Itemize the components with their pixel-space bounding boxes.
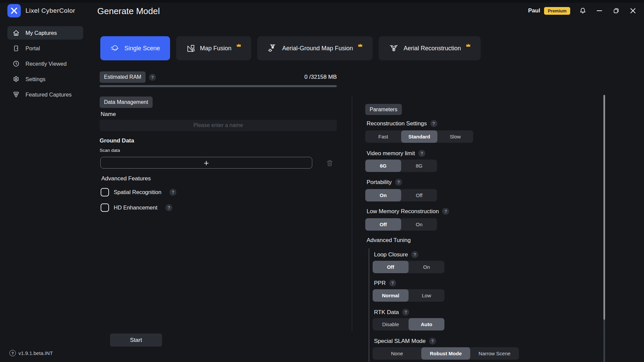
param-label-portability: Portability — [367, 179, 392, 186]
reconstruction-settings-option-standard[interactable]: Standard — [401, 130, 437, 143]
param-group-loop-closure: Loop Closure ?OffOn — [373, 251, 523, 273]
low-memory-reconstruction-segmented-control: OffOn — [365, 218, 437, 231]
sidebar-item-settings[interactable]: Settings — [7, 72, 83, 86]
ppr-segmented-control: NormalLow — [373, 289, 444, 302]
spatial-recognition-help-icon[interactable]: ? — [169, 189, 176, 196]
tab-map-fusion[interactable]: Map Fusion — [176, 36, 251, 60]
special-slam-mode-option-none[interactable]: None — [373, 347, 421, 360]
close-button[interactable] — [629, 6, 637, 15]
special-slam-mode-segmented-control: NoneRobust ModeNarrow Scene — [373, 347, 519, 360]
ppr-option-low[interactable]: Low — [409, 289, 444, 302]
sidebar-item-label: Featured Captures — [25, 92, 72, 98]
tab-label: Aerial-Ground Map Fusion — [282, 45, 353, 52]
feature-row-spatial-recognition: Spatial Recognition ? — [101, 188, 176, 196]
parameters-label: Parameters — [365, 104, 402, 115]
estimated-ram-help-icon[interactable]: ? — [149, 74, 156, 81]
portability-segmented-control: OnOff — [365, 189, 437, 201]
sidebar-item-label: Portal — [25, 45, 40, 52]
minimize-button[interactable] — [595, 6, 604, 15]
video-memory-limit-option-6g[interactable]: 6G — [365, 160, 401, 172]
sidebar-item-label: Settings — [25, 76, 46, 82]
advanced-tuning-section: Loop Closure ?OffOnPPR ?NormalLowRTK Dat… — [369, 248, 523, 362]
sidebar-item-portal[interactable]: Portal — [7, 42, 83, 55]
reconstruction-settings-option-slow[interactable]: Slow — [437, 130, 473, 143]
portability-option-off[interactable]: Off — [401, 189, 437, 201]
ppr-help-icon[interactable]: ? — [389, 280, 396, 287]
param-label-ppr: PPR — [374, 280, 386, 287]
spatial-recognition-checkbox[interactable] — [101, 188, 109, 196]
hd-enhancement-checkbox[interactable] — [101, 203, 109, 212]
rtk-data-help-icon[interactable]: ? — [402, 309, 409, 316]
hd-enhancement-help-icon[interactable]: ? — [165, 204, 172, 211]
tab-aerial-reconstruction[interactable]: Aerial Reconstruction — [379, 36, 481, 60]
special-slam-mode-option-robust-mode[interactable]: Robust Mode — [421, 347, 470, 360]
video-memory-limit-help-icon[interactable]: ? — [418, 150, 425, 157]
special-slam-mode-option-narrow-scene[interactable]: Narrow Scene — [470, 347, 519, 360]
loop-closure-option-off[interactable]: Off — [373, 261, 409, 273]
sidebar-item-featured-captures[interactable]: Featured Captures — [7, 88, 83, 101]
name-input[interactable] — [100, 120, 337, 131]
planet-icon — [110, 44, 120, 53]
user-name[interactable]: Paul — [528, 7, 540, 14]
home-icon — [12, 29, 20, 37]
app-logo — [7, 4, 21, 17]
ppr-option-normal[interactable]: Normal — [373, 289, 409, 302]
hd-enhancement-label: HD Enhancement — [114, 204, 157, 211]
special-slam-mode-help-icon[interactable]: ? — [429, 338, 436, 345]
scrollbar-thumb[interactable] — [603, 95, 605, 320]
sidebar-item-label: My Captures — [25, 30, 57, 36]
reconstruction-settings-option-fast[interactable]: Fast — [365, 130, 401, 143]
loop-closure-help-icon[interactable]: ? — [411, 251, 418, 258]
version-row: ? v1.9.1.beta.INT — [9, 350, 53, 356]
param-group-reconstruction-settings: Reconstruction Settings ?FastStandardSlo… — [365, 120, 523, 143]
rtk-data-segmented-control: DisableAuto — [373, 318, 444, 330]
param-label-rtk-data: RTK Data — [374, 309, 399, 316]
add-scan-data-button[interactable]: + — [100, 157, 312, 169]
premium-badge[interactable]: Premium — [544, 7, 570, 15]
tab-label: Aerial Reconstruction — [404, 45, 461, 52]
low-memory-reconstruction-option-off[interactable]: Off — [365, 218, 401, 231]
sidebar-item-recently-viewed[interactable]: Recently Viewed — [7, 57, 83, 70]
param-label-reconstruction-settings: Reconstruction Settings — [367, 120, 427, 127]
clock-icon — [12, 60, 20, 67]
low-memory-reconstruction-option-on[interactable]: On — [401, 218, 437, 231]
tab-single-scene[interactable]: Single Scene — [100, 36, 170, 60]
rtk-data-option-auto[interactable]: Auto — [409, 318, 444, 330]
badge-icon — [12, 91, 20, 98]
tab-aerial-ground-map-fusion[interactable]: Aerial-Ground Map Fusion — [257, 36, 373, 60]
start-button[interactable]: Start — [110, 334, 162, 347]
aerial-ground-icon — [267, 44, 277, 53]
name-label: Name — [101, 111, 116, 118]
loop-closure-option-on[interactable]: On — [409, 261, 444, 273]
param-label-loop-closure: Loop Closure — [374, 251, 408, 258]
map-fusion-icon — [186, 44, 195, 53]
portability-help-icon[interactable]: ? — [395, 179, 402, 186]
low-memory-reconstruction-help-icon[interactable]: ? — [442, 208, 449, 215]
reconstruction-settings-help-icon[interactable]: ? — [430, 120, 437, 127]
crown-icon — [236, 43, 241, 47]
about-help-icon[interactable]: ? — [9, 350, 16, 356]
restore-window-button[interactable] — [612, 6, 621, 15]
portability-option-on[interactable]: On — [365, 189, 401, 201]
rtk-data-option-disable[interactable]: Disable — [373, 318, 409, 330]
notifications-bell-icon[interactable] — [578, 6, 587, 15]
window-top-edge — [0, 0, 644, 3]
data-management-label: Data Management — [100, 97, 153, 108]
param-group-ppr: PPR ?NormalLow — [373, 280, 523, 302]
mode-tabs: Single Scene Map Fusion Aerial-Ground Ma… — [100, 36, 481, 60]
panel-divider — [352, 96, 352, 331]
param-group-video-memory-limit: Video memory limit ?6G8G — [365, 150, 523, 172]
tab-label: Single Scene — [124, 45, 160, 52]
sidebar-item-my-captures[interactable]: My Captures — [7, 26, 83, 40]
video-memory-limit-option-8g[interactable]: 8G — [401, 160, 437, 172]
ground-data-label: Ground Data — [100, 137, 134, 144]
param-group-rtk-data: RTK Data ?DisableAuto — [373, 309, 523, 330]
tab-label: Map Fusion — [200, 45, 231, 52]
scrollbar-track[interactable] — [603, 320, 605, 362]
param-group-special-slam-mode: Special SLAM Mode ?NoneRobust ModeNarrow… — [373, 338, 523, 360]
delete-scan-data-button[interactable] — [324, 158, 335, 169]
estimated-ram-row: Estimated RAM ? 0 /32158 MB — [100, 71, 337, 83]
advanced-features-label: Advanced Features — [101, 175, 151, 182]
scan-data-label: Scan data — [100, 148, 120, 153]
video-memory-limit-segmented-control: 6G8G — [365, 160, 437, 172]
